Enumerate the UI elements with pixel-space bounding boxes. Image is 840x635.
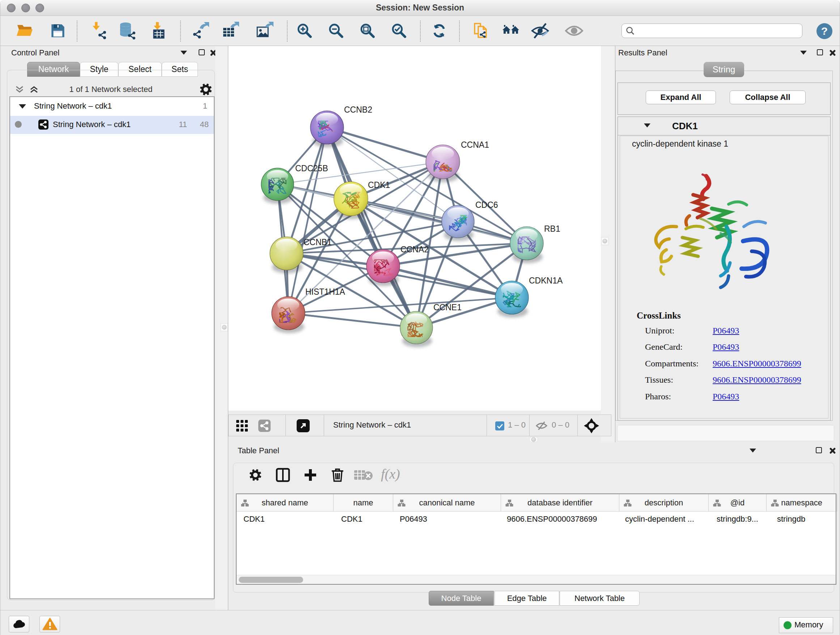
svg-text:CDK1: CDK1 bbox=[368, 180, 390, 190]
svg-text:CCNA1: CCNA1 bbox=[461, 140, 489, 149]
svg-text:CCNA2: CCNA2 bbox=[401, 245, 429, 254]
svg-text:CCNE1: CCNE1 bbox=[433, 302, 462, 312]
svg-text:CCNB2: CCNB2 bbox=[344, 105, 372, 114]
svg-text:CCNB1: CCNB1 bbox=[303, 238, 332, 247]
svg-text:HIST1H1A: HIST1H1A bbox=[305, 287, 346, 296]
svg-text:CDC6: CDC6 bbox=[475, 200, 498, 210]
svg-text:RB1: RB1 bbox=[544, 224, 561, 233]
svg-text:CDC25B: CDC25B bbox=[295, 164, 328, 173]
svg-text:CDKN1A: CDKN1A bbox=[529, 276, 563, 285]
